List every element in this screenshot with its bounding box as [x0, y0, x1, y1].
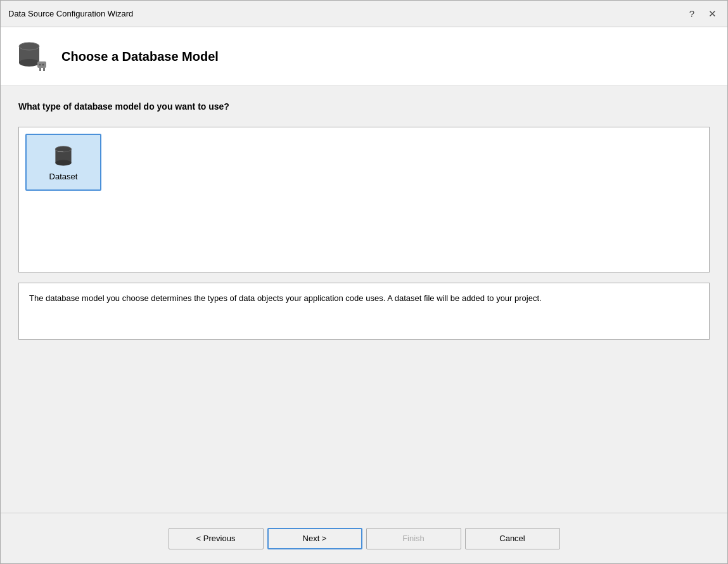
- close-button[interactable]: ✕: [705, 6, 720, 22]
- wizard-content: What type of database model do you want …: [1, 86, 727, 513]
- description-text: The database model you choose determines…: [29, 293, 542, 303]
- title-bar-left: Data Source Configuration Wizard: [8, 9, 133, 18]
- svg-point-2: [19, 59, 39, 67]
- header-title: Choose a Database Model: [61, 49, 219, 64]
- header-icon-area: [13, 37, 51, 75]
- svg-rect-4: [37, 61, 46, 68]
- dataset-label: Dataset: [49, 172, 78, 181]
- title-bar-right: ? ✕: [684, 6, 720, 22]
- next-button[interactable]: Next >: [267, 528, 362, 549]
- cancel-button[interactable]: Cancel: [465, 528, 560, 549]
- svg-rect-5: [39, 68, 41, 71]
- help-button[interactable]: ?: [684, 6, 699, 22]
- previous-button[interactable]: < Previous: [169, 528, 264, 549]
- finish-button[interactable]: Finish: [366, 528, 461, 549]
- dialog-window: Data Source Configuration Wizard ? ✕: [0, 0, 728, 564]
- wizard-footer: < Previous Next > Finish Cancel: [1, 513, 727, 563]
- model-selection-area: Dataset: [18, 127, 710, 272]
- description-area: The database model you choose determines…: [18, 283, 710, 340]
- svg-point-7: [39, 64, 41, 66]
- title-bar: Data Source Configuration Wizard ? ✕: [1, 1, 727, 27]
- svg-point-8: [42, 64, 44, 66]
- model-item-dataset[interactable]: Dataset: [25, 134, 101, 191]
- window-title: Data Source Configuration Wizard: [8, 9, 133, 18]
- wizard-header: Choose a Database Model: [1, 27, 727, 86]
- svg-rect-6: [43, 68, 45, 71]
- dataset-icon: [52, 144, 75, 169]
- svg-point-11: [55, 160, 71, 165]
- question-label: What type of database model do you want …: [18, 101, 710, 112]
- database-plug-icon: [13, 37, 51, 75]
